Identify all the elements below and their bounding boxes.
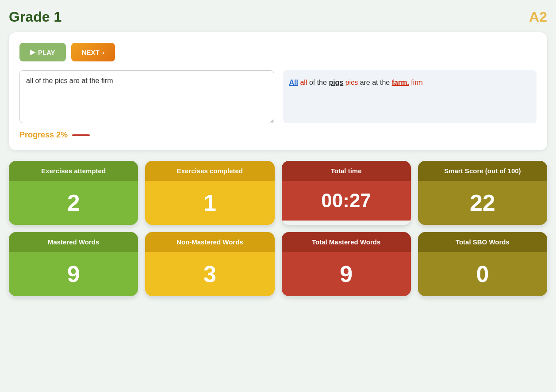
grade-title: Grade 1 — [9, 9, 61, 25]
level-badge: A2 — [529, 9, 547, 25]
stat-value-non-mastered-words: 3 — [145, 252, 274, 296]
stat-card-total-time: Total time00:27 — [282, 161, 411, 225]
result-word-of: of — [309, 79, 315, 86]
play-label: PLAY — [38, 49, 55, 56]
stat-header-exercises-completed: Exercises completed — [145, 161, 274, 181]
stat-value-mastered-words: 9 — [9, 252, 138, 296]
next-button[interactable]: NEXT › — [71, 43, 115, 61]
stat-header-mastered-words: Mastered Words — [9, 232, 138, 252]
result-word-the2: the — [380, 79, 390, 86]
play-button[interactable]: ▶ PLAY — [19, 43, 66, 61]
stat-value-exercises-attempted: 2 — [9, 181, 138, 225]
sentence-input[interactable]: all of the pics are at the firm — [19, 70, 274, 123]
stat-header-total-sbo-words: Total SBO Words — [418, 232, 547, 252]
stat-header-non-mastered-words: Non-Mastered Words — [145, 232, 274, 252]
result-word-pigs: pigs — [329, 79, 343, 86]
stat-value-total-time: 00:27 — [282, 181, 411, 221]
result-word-pics: pics — [345, 79, 358, 86]
result-word-all-correct: All — [289, 79, 298, 86]
stat-card-total-sbo-words: Total SBO Words0 — [418, 232, 547, 296]
stat-value-exercises-completed: 1 — [145, 181, 274, 225]
stat-card-exercises-completed: Exercises completed1 — [145, 161, 274, 225]
stat-card-smart-score: Smart Score (out of 100)22 — [418, 161, 547, 225]
buttons-row: ▶ PLAY NEXT › — [19, 43, 537, 61]
stat-value-smart-score: 22 — [418, 181, 547, 225]
stat-card-total-mastered-words: Total Mastered Words9 — [282, 232, 411, 296]
stat-header-exercises-attempted: Exercises attempted — [9, 161, 138, 181]
stat-value-total-sbo-words: 0 — [418, 252, 547, 296]
stat-value-total-mastered-words: 9 — [282, 252, 411, 296]
result-display: All all of the pigs pics are at the farm… — [283, 70, 537, 123]
play-icon: ▶ — [30, 48, 35, 56]
result-word-are: are — [360, 79, 370, 86]
result-word-at: at — [372, 79, 378, 86]
main-card: ▶ PLAY NEXT › all of the pics are at the… — [9, 32, 547, 150]
stat-card-mastered-words: Mastered Words9 — [9, 232, 138, 296]
next-arrow-icon: › — [102, 49, 104, 56]
stats-row-2: Mastered Words9Non-Mastered Words3Total … — [9, 232, 547, 296]
next-label: NEXT — [82, 49, 100, 56]
result-word-the1: the — [317, 79, 327, 86]
stats-row-1: Exercises attempted2Exercises completed1… — [9, 161, 547, 225]
page-header: Grade 1 A2 — [9, 9, 547, 25]
stat-header-total-time: Total time — [282, 161, 411, 181]
stat-header-smart-score: Smart Score (out of 100) — [418, 161, 547, 181]
progress-row: Progress 2% — [19, 130, 537, 140]
stat-card-non-mastered-words: Non-Mastered Words3 — [145, 232, 274, 296]
progress-bar — [72, 134, 90, 136]
result-word-farm: farm. — [392, 79, 409, 86]
stat-header-total-mastered-words: Total Mastered Words — [282, 232, 411, 252]
content-area: all of the pics are at the firm All all … — [19, 70, 537, 123]
result-word-all-wrong: all — [300, 79, 307, 86]
result-word-firm: firm — [411, 79, 423, 86]
stat-card-exercises-attempted: Exercises attempted2 — [9, 161, 138, 225]
progress-label: Progress 2% — [19, 130, 68, 140]
